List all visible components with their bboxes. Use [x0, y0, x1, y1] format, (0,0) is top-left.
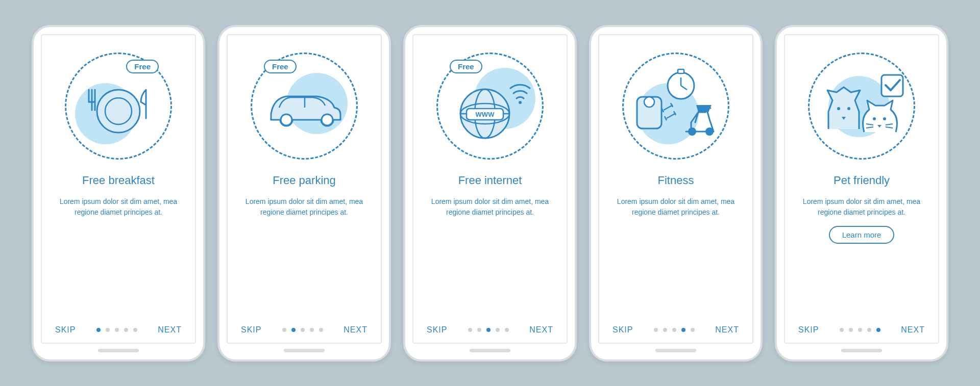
- skip-button[interactable]: SKIP: [55, 325, 76, 334]
- next-button[interactable]: NEXT: [529, 325, 553, 334]
- screen-title: Free parking: [273, 174, 336, 187]
- svg-point-0: [97, 90, 140, 133]
- svg-line-17: [664, 105, 673, 110]
- screen-description: Lorem ipsum dolor sit dim amet, mea regi…: [796, 196, 927, 218]
- page-dot: [496, 328, 500, 332]
- svg-point-26: [837, 107, 840, 110]
- learn-more-button[interactable]: Learn more: [829, 226, 895, 244]
- next-button[interactable]: NEXT: [901, 325, 925, 334]
- svg-point-16: [644, 97, 654, 107]
- page-indicator: [840, 328, 880, 332]
- page-indicator: [282, 328, 323, 332]
- screen-description: Lorem ipsum dolor sit dim amet, mea regi…: [53, 196, 184, 218]
- skip-button[interactable]: SKIP: [427, 325, 447, 334]
- page-dot: [468, 328, 472, 332]
- page-dot: [106, 328, 110, 332]
- page-dot: [310, 328, 314, 332]
- home-indicator: [284, 349, 325, 352]
- page-dot: [849, 328, 853, 332]
- screen-title: Free breakfast: [82, 174, 155, 187]
- onboarding-footer: SKIP NEXT: [796, 325, 927, 334]
- phone-frame: Free Free breakfast Lorem ipsum dolor si…: [32, 25, 205, 362]
- page-dot: [319, 328, 323, 332]
- screen-description: Lorem ipsum dolor sit dim amet, mea regi…: [239, 196, 370, 218]
- page-dot: [672, 328, 676, 332]
- svg-point-27: [847, 107, 850, 110]
- free-badge: Free: [450, 60, 482, 73]
- page-dot: [663, 328, 667, 332]
- onboarding-screen-internet: Free WWW Free internet Lorem ipsum dolor…: [412, 34, 568, 344]
- skip-button[interactable]: SKIP: [241, 325, 261, 334]
- page-dot: [505, 328, 509, 332]
- next-button[interactable]: NEXT: [158, 325, 182, 334]
- skip-button[interactable]: SKIP: [798, 325, 819, 334]
- page-dot: [858, 328, 862, 332]
- page-dot: [115, 328, 119, 332]
- screen-title: Pet friendly: [834, 174, 890, 187]
- page-indicator: [654, 328, 695, 332]
- skip-button[interactable]: SKIP: [612, 325, 633, 334]
- gym-equipment-icon: [630, 65, 722, 147]
- page-dot: [282, 328, 286, 332]
- svg-point-24: [705, 127, 714, 136]
- onboarding-screen-parking: Free Free parking Lorem ipsum dolor sit …: [227, 34, 382, 344]
- page-dot: [654, 328, 658, 332]
- svg-point-2: [281, 114, 292, 125]
- screen-title: Free internet: [458, 174, 522, 187]
- home-indicator: [470, 349, 510, 352]
- onboarding-footer: SKIP NEXT: [239, 325, 370, 334]
- free-badge: Free: [126, 60, 159, 73]
- home-indicator: [841, 349, 882, 352]
- page-dot: [301, 328, 305, 332]
- phone-frame: Free WWW Free internet Lorem ipsum dolor…: [403, 25, 577, 362]
- page-dot: [477, 328, 481, 332]
- page-indicator: [468, 328, 509, 332]
- pets-checkbox-icon: [813, 68, 910, 144]
- illustration-container: [808, 53, 915, 160]
- page-dot: [291, 328, 296, 332]
- svg-point-10: [519, 101, 522, 104]
- page-dot: [691, 328, 695, 332]
- free-badge: Free: [264, 60, 297, 73]
- screen-description: Lorem ipsum dolor sit dim amet, mea regi…: [610, 196, 741, 218]
- phone-frame: Pet friendly Lorem ipsum dolor sit dim a…: [775, 25, 948, 362]
- onboarding-screen-breakfast: Free Free breakfast Lorem ipsum dolor si…: [41, 34, 196, 344]
- onboarding-footer: SKIP NEXT: [53, 325, 184, 334]
- home-indicator: [655, 349, 696, 352]
- next-button[interactable]: NEXT: [344, 325, 368, 334]
- plate-fork-knife-icon: [78, 75, 159, 137]
- illustration-container: Free WWW: [436, 53, 544, 160]
- phone-frame: Fitness Lorem ipsum dolor sit dim amet, …: [589, 25, 763, 362]
- www-label: WWW: [476, 111, 495, 118]
- page-indicator: [96, 328, 137, 332]
- page-dot: [124, 328, 128, 332]
- svg-point-29: [883, 117, 886, 120]
- car-icon: [261, 78, 348, 134]
- illustration-container: [622, 53, 729, 160]
- svg-point-3: [322, 114, 333, 125]
- page-dot: [133, 328, 137, 332]
- page-dot: [96, 328, 101, 332]
- svg-point-28: [873, 117, 876, 120]
- page-dot: [876, 328, 880, 332]
- svg-line-20: [667, 113, 676, 118]
- page-dot: [840, 328, 844, 332]
- next-button[interactable]: NEXT: [715, 325, 739, 334]
- illustration-container: Free: [65, 53, 172, 160]
- home-indicator: [98, 349, 139, 352]
- illustration-container: Free: [251, 53, 358, 160]
- page-dot: [681, 328, 685, 332]
- onboarding-screen-pet-friendly: Pet friendly Lorem ipsum dolor sit dim a…: [784, 34, 939, 344]
- svg-point-23: [688, 127, 696, 136]
- screen-description: Lorem ipsum dolor sit dim amet, mea regi…: [425, 196, 555, 218]
- onboarding-footer: SKIP NEXT: [425, 325, 555, 334]
- svg-rect-12: [678, 69, 684, 73]
- page-dot: [867, 328, 871, 332]
- page-dot: [486, 328, 491, 332]
- svg-line-21: [665, 116, 667, 120]
- phone-frame: Free Free parking Lorem ipsum dolor sit …: [217, 25, 391, 362]
- onboarding-footer: SKIP NEXT: [610, 325, 741, 334]
- screen-title: Fitness: [658, 174, 694, 187]
- globe-wifi-icon: WWW: [444, 68, 536, 144]
- onboarding-screen-fitness: Fitness Lorem ipsum dolor sit dim amet, …: [598, 34, 753, 344]
